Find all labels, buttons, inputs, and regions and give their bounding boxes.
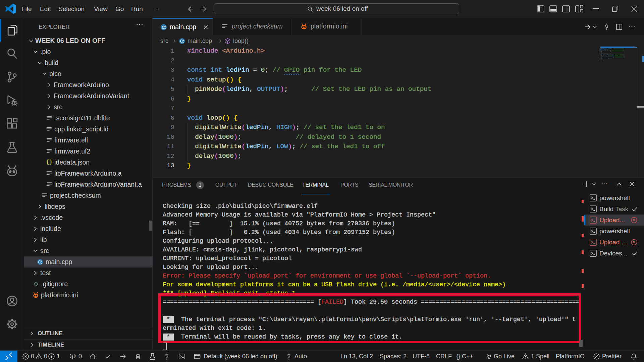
svg-text:+: + [41,262,43,265]
svg-text:+: + [164,27,166,30]
svg-text:+: + [183,41,184,44]
